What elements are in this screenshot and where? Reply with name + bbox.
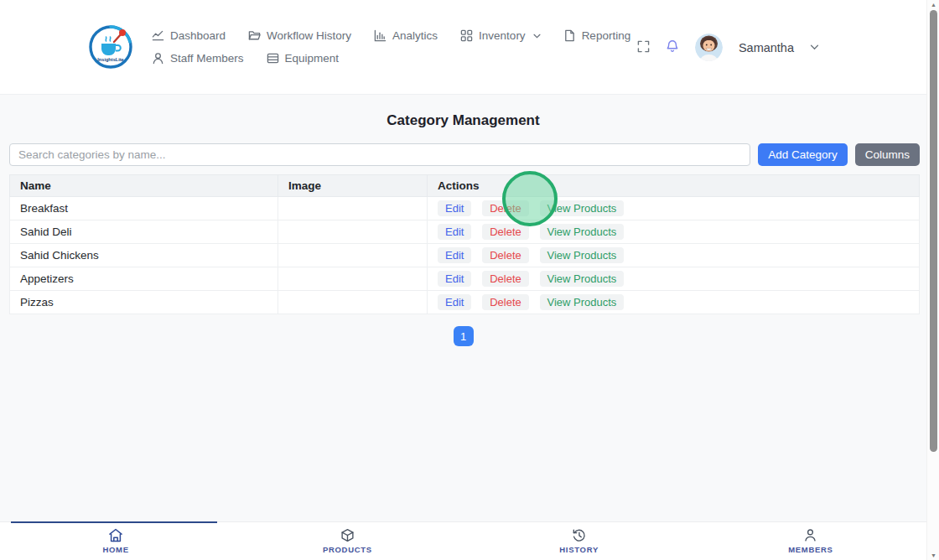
view-products-button[interactable]: View Products: [540, 200, 625, 216]
columns-button[interactable]: Columns: [855, 143, 920, 166]
fullscreen-icon: [637, 40, 650, 55]
chart-line-icon: [152, 29, 164, 42]
main-nav: Dashboard Workflow History Analytics: [152, 29, 630, 65]
chevron-down-icon: [533, 34, 541, 39]
grid-icon: [460, 29, 473, 42]
edit-button[interactable]: Edit: [438, 224, 471, 240]
document-icon: [563, 29, 576, 42]
category-name: Appetizers: [10, 267, 278, 291]
folder-icon: [248, 29, 261, 42]
table-row: Appetizers Edit Delete View Products: [10, 267, 920, 291]
category-image-cell: [278, 244, 428, 267]
vertical-scrollbar[interactable]: ▲ ▼: [926, 0, 939, 560]
scrollbar-thumb[interactable]: [930, 10, 937, 452]
nav-item-reporting[interactable]: Reporting: [563, 29, 631, 42]
nav-item-workflow-history[interactable]: Workflow History: [248, 29, 351, 42]
notifications-button[interactable]: [666, 39, 679, 55]
brand-logo[interactable]: InsightsLite: [88, 24, 133, 70]
category-image-cell: [278, 291, 428, 314]
bottom-nav-products[interactable]: PRODUCTS: [231, 522, 463, 560]
table-row: Sahid Deli Edit Delete View Products: [10, 220, 920, 244]
header-name: Name: [10, 175, 278, 197]
bottom-nav-members[interactable]: MEMBERS: [695, 522, 926, 560]
bottom-nav-label: HOME: [102, 545, 128, 554]
bell-icon: [666, 39, 679, 55]
main-nav-row-2: Staff Members Equipment: [152, 52, 630, 65]
nav-item-label: Inventory: [479, 29, 526, 42]
actions-cell: Edit Delete View Products: [428, 244, 920, 267]
cube-icon: [340, 528, 355, 542]
nav-item-staff-members[interactable]: Staff Members: [152, 52, 244, 65]
scrollbar-down-arrow[interactable]: ▼: [927, 552, 939, 558]
edit-button[interactable]: Edit: [438, 271, 471, 287]
table-row: Pizzas Edit Delete View Products: [10, 291, 920, 314]
delete-button[interactable]: Delete: [482, 271, 529, 287]
view-products-button[interactable]: View Products: [540, 224, 625, 240]
nav-item-label: Reporting: [582, 29, 631, 42]
scrollbar-up-arrow[interactable]: ▲: [927, 2, 939, 8]
category-image-cell: [278, 220, 428, 244]
pagination: 1: [0, 326, 926, 346]
category-image-cell: [278, 267, 428, 291]
home-icon: [108, 528, 123, 542]
rows-icon: [267, 52, 279, 65]
edit-button[interactable]: Edit: [438, 294, 471, 310]
nav-item-inventory[interactable]: Inventory: [460, 29, 541, 42]
bottom-nav-history[interactable]: HISTORY: [464, 522, 695, 560]
table-row: Breakfast Edit Delete View Products: [10, 197, 920, 220]
actions-cell: Edit Delete View Products: [428, 197, 920, 220]
page-title: Category Management: [0, 112, 926, 129]
edit-button[interactable]: Edit: [438, 247, 471, 263]
view-products-button[interactable]: View Products: [540, 247, 625, 263]
delete-button[interactable]: Delete: [482, 200, 529, 216]
nav-item-label: Staff Members: [170, 52, 244, 65]
search-input[interactable]: [9, 143, 750, 166]
add-category-button[interactable]: Add Category: [758, 143, 848, 166]
page-1-button[interactable]: 1: [454, 326, 474, 346]
main-content: Category Management Add Category Columns…: [0, 95, 926, 346]
view-products-button[interactable]: View Products: [540, 271, 625, 287]
nav-item-label: Analytics: [392, 29, 438, 42]
bottom-nav-label: HISTORY: [559, 545, 599, 554]
history-icon: [572, 528, 586, 542]
header-actions: Actions: [428, 175, 920, 197]
header-image: Image: [278, 175, 428, 197]
nav-item-dashboard[interactable]: Dashboard: [152, 29, 226, 42]
nav-item-label: Dashboard: [170, 29, 226, 42]
nav-item-label: Equipment: [285, 52, 340, 65]
category-name: Breakfast: [10, 197, 278, 220]
topbar-right: Samantha: [637, 0, 819, 95]
bottom-nav-label: MEMBERS: [788, 545, 833, 554]
bottom-nav-home[interactable]: HOME: [0, 522, 231, 560]
delete-button[interactable]: Delete: [482, 294, 529, 310]
fullscreen-button[interactable]: [637, 40, 650, 55]
nav-item-analytics[interactable]: Analytics: [374, 29, 438, 42]
user-name: Samantha: [739, 41, 794, 54]
actions-cell: Edit Delete View Products: [428, 291, 920, 314]
category-name: Pizzas: [10, 291, 278, 314]
delete-button[interactable]: Delete: [482, 247, 529, 263]
svg-text:InsightsLite: InsightsLite: [97, 57, 123, 62]
controls-row: Add Category Columns: [9, 143, 920, 166]
main-nav-row-1: Dashboard Workflow History Analytics: [152, 29, 630, 42]
bar-chart-icon: [374, 29, 386, 42]
top-navbar: InsightsLite Dashboard Workflow History: [0, 0, 926, 95]
categories-table: Name Image Actions Breakfast Edit Delete…: [9, 174, 920, 314]
view-products-button[interactable]: View Products: [540, 294, 625, 310]
category-name: Sahid Chickens: [10, 244, 278, 267]
category-name: Sahid Deli: [10, 220, 278, 244]
table-row: Sahid Chickens Edit Delete View Products: [10, 244, 920, 267]
table-header-row: Name Image Actions: [10, 175, 920, 197]
actions-cell: Edit Delete View Products: [428, 220, 920, 244]
nav-item-equipment[interactable]: Equipment: [267, 52, 340, 65]
edit-button[interactable]: Edit: [438, 200, 471, 216]
user-menu-chevron-icon[interactable]: [810, 44, 819, 50]
bottom-nav: HOME PRODUCTS HISTORY MEMBERS: [0, 521, 926, 560]
person-icon: [152, 52, 164, 65]
person-icon: [803, 528, 817, 542]
delete-button[interactable]: Delete: [482, 224, 529, 240]
app-screen: InsightsLite Dashboard Workflow History: [0, 0, 939, 560]
actions-cell: Edit Delete View Products: [428, 267, 920, 291]
avatar[interactable]: [695, 34, 723, 61]
bottom-nav-label: PRODUCTS: [323, 545, 372, 554]
